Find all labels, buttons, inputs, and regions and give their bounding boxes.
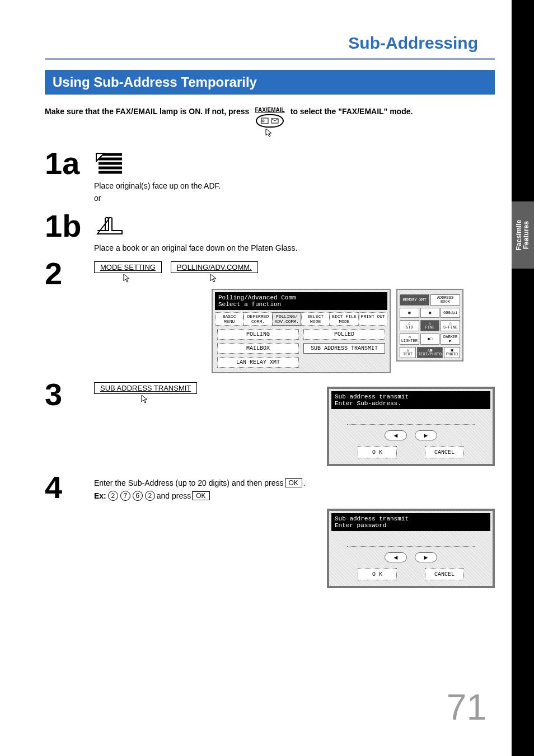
sub-address-popup-header: Sub-address transmit Enter Sub-address.: [331, 391, 490, 409]
polling-panel-tabs: BASIC MENU DEFERRED COMM. POLLING/ ADV.C…: [215, 312, 387, 326]
address-book-button[interactable]: ADDRESS BOOK: [430, 294, 460, 306]
adf-icon: [94, 151, 128, 178]
step-1a-number: 1a: [45, 148, 84, 179]
memory-xmt-button[interactable]: MEMORY XMT: [400, 294, 429, 306]
intro-part2: to select the "FAX/EMAIL" mode.: [291, 107, 413, 116]
password-popup-header: Sub-address transmit Enter password: [331, 513, 490, 531]
popup1-title: Sub-address transmit: [335, 393, 487, 400]
res-cell-1[interactable]: ▦: [400, 308, 419, 318]
panel-mailbox-button[interactable]: MAILBOX: [217, 343, 299, 354]
sub-address-popup: Sub-address transmit Enter Sub-address. …: [327, 387, 495, 466]
digit-key-2b[interactable]: 2: [145, 491, 155, 501]
polling-adv-comm-label: POLLING/ADV.COMM.: [171, 261, 258, 273]
svg-point-1: [262, 120, 264, 122]
step-3: 3 SUB ADDRESS TRANSMIT Sub-address trans…: [45, 379, 495, 466]
and-press-text: and press: [157, 491, 191, 500]
ok-key-2[interactable]: OK: [192, 491, 209, 500]
page-number: 71: [447, 687, 486, 728]
panel-sub-address-transmit-button[interactable]: SUB ADDRESS TRANSMIT: [303, 343, 385, 354]
step-4-example: Ex: 2 7 6 2 and press OK: [94, 491, 495, 501]
fax-email-label: FAX/EMAIL: [255, 107, 284, 113]
popup1-cancel-button[interactable]: CANCEL: [425, 446, 464, 458]
step-2-number: 2: [45, 258, 84, 289]
fine-std[interactable]: ⌂STD: [400, 320, 419, 331]
side-tab-text: FacsimileFeatures: [516, 220, 530, 251]
contrast-darker[interactable]: DARKER ▶: [441, 334, 460, 345]
password-popup: Sub-address transmit Enter password ◄ ► …: [327, 509, 495, 588]
polling-panel-subtitle: Select a function: [218, 301, 384, 308]
intro-line: Make sure that the FAX/EMAIL lamp is ON.…: [45, 107, 495, 138]
step-4: 4 Enter the Sub-Address (up to 20 digits…: [45, 472, 495, 588]
step-1b: 1b Place a book or an original face down…: [45, 210, 495, 252]
sub-address-input[interactable]: [347, 417, 475, 425]
fine-sfine[interactable]: ⌂S-FINE: [441, 320, 460, 331]
tab-polling-adv-comm[interactable]: POLLING/ ADV.COMM.: [273, 312, 301, 326]
popup1-ok-button[interactable]: O K: [358, 446, 397, 458]
popup1-subtitle: Enter Sub-address.: [335, 400, 487, 407]
popup2-cancel-button[interactable]: CANCEL: [425, 568, 464, 580]
polling-panel: Polling/Advanced Comm Select a function …: [212, 289, 391, 373]
tab-deferred-comm[interactable]: DEFERRED COMM.: [243, 312, 272, 326]
step-1b-number: 1b: [45, 210, 84, 242]
digit-key-7[interactable]: 7: [120, 491, 130, 501]
left-arrow-button-2[interactable]: ◄: [385, 552, 407, 562]
page-title: Sub-Addressing: [45, 34, 478, 53]
res-600dpi[interactable]: 600dpi: [441, 308, 460, 318]
title-underline: [45, 58, 495, 60]
mode-setting-button[interactable]: MODE SETTING: [94, 261, 162, 283]
step-4-number: 4: [45, 472, 84, 503]
step-4-text-a: Enter the Sub-Address (up to 20 digits) …: [94, 478, 284, 487]
polling-panel-header: Polling/Advanced Comm Select a function: [215, 292, 387, 310]
step-1a-or: or: [94, 194, 495, 203]
digit-key-2[interactable]: 2: [108, 491, 118, 501]
step-3-number: 3: [45, 379, 84, 410]
popup2-title: Sub-address transmit: [335, 515, 487, 522]
tab-edit-file-mode[interactable]: EDIT FILE MODE: [330, 312, 358, 326]
step-2: 2 MODE SETTING POLLING/ADV.COMM. Polling…: [45, 258, 495, 373]
tab-basic-menu[interactable]: BASIC MENU: [215, 312, 243, 326]
side-tab: FacsimileFeatures: [512, 201, 534, 269]
contrast-mid[interactable]: ■□: [420, 334, 440, 345]
cursor-icon: [265, 128, 275, 138]
right-black-bar: [512, 0, 534, 756]
right-arrow-button[interactable]: ►: [415, 430, 437, 440]
password-input[interactable]: [347, 539, 475, 547]
mode-photo[interactable]: ▣PHOTO: [444, 347, 460, 358]
side-settings-panel: MEMORY XMT ADDRESS BOOK ▦ ▦ 600dpi ⌂STD …: [396, 289, 463, 361]
polling-panel-title: Polling/Advanced Comm: [218, 294, 384, 301]
polling-adv-comm-button[interactable]: POLLING/ADV.COMM.: [171, 261, 258, 283]
cursor-icon: [140, 394, 151, 404]
step-4-text-b: .: [303, 478, 306, 487]
sub-address-transmit-button[interactable]: SUB ADDRESS TRANSMIT: [94, 382, 197, 404]
contrast-lighter[interactable]: ◁ LIGHTER: [400, 334, 419, 345]
tab-print-out[interactable]: PRINT OUT: [359, 312, 387, 326]
step-4-line1: Enter the Sub-Address (up to 20 digits) …: [94, 478, 495, 487]
popup2-ok-button[interactable]: O K: [358, 568, 397, 580]
popup2-subtitle: Enter password: [335, 522, 487, 529]
section-heading: Using Sub-Address Temporarily: [45, 70, 495, 95]
svg-rect-0: [261, 118, 268, 124]
panel-polled-button[interactable]: POLLED: [303, 329, 385, 340]
mode-text[interactable]: △TEXT: [400, 347, 416, 358]
mode-text-photo[interactable]: △▣TEXT/PHOTO: [417, 347, 443, 358]
tab-select-mode[interactable]: SELECT MODE: [301, 312, 330, 326]
step-1a: 1a Place original(s) face up on the ADF.…: [45, 148, 495, 205]
fax-icon: [261, 118, 269, 124]
step-1b-text: Place a book or an original face down on…: [94, 243, 495, 252]
right-arrow-button-2[interactable]: ►: [415, 552, 437, 562]
panel-lan-relay-xmt-button[interactable]: LAN RELAY XMT: [217, 357, 299, 368]
step-1a-text: Place original(s) face up on the ADF.: [94, 181, 495, 190]
fine-fine[interactable]: ⌂FINE: [420, 320, 440, 331]
ok-key[interactable]: OK: [285, 478, 302, 487]
fax-email-button[interactable]: FAX/EMAIL: [255, 107, 284, 138]
fax-email-oval-icon: [256, 114, 284, 128]
cursor-icon: [123, 273, 133, 283]
ex-label: Ex:: [94, 491, 106, 500]
intro-part1: Make sure that the FAX/EMAIL lamp is ON.…: [45, 107, 249, 116]
left-arrow-button[interactable]: ◄: [385, 430, 407, 440]
res-cell-2[interactable]: ▦: [420, 308, 440, 318]
panel-polling-button[interactable]: POLLING: [217, 329, 299, 340]
sub-address-transmit-label: SUB ADDRESS TRANSMIT: [94, 382, 197, 394]
digit-key-6[interactable]: 6: [133, 491, 143, 501]
cursor-icon: [209, 273, 219, 283]
